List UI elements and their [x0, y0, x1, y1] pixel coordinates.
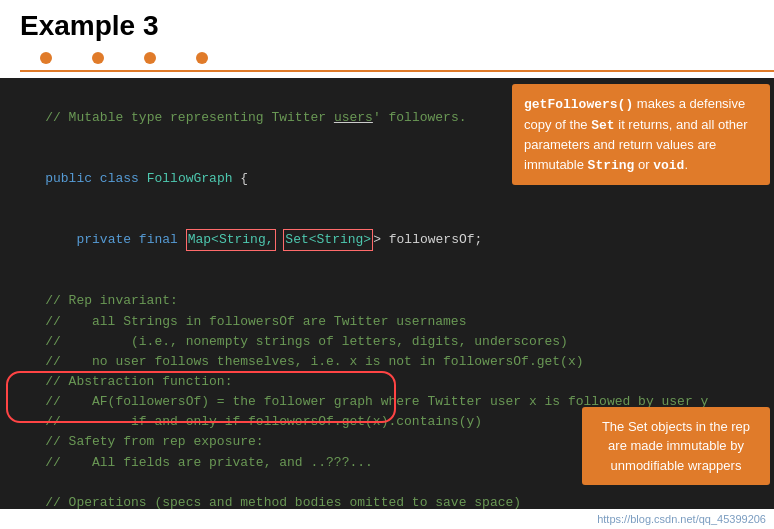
code-line-9: // Abstraction function:: [14, 372, 760, 392]
code-line-6: // all Strings in followersOf are Twitte…: [14, 312, 760, 332]
code-line-15: // Operations (specs and method bodies o…: [14, 493, 760, 509]
code-line-3: private final Map<String, Set<String>> f…: [14, 209, 760, 271]
dot-3: [144, 52, 156, 64]
section-divider: [20, 70, 774, 72]
watermark: https://blog.csdn.net/qq_45399206: [597, 513, 766, 525]
code-line-8: // no user follows themselves, i.e. x is…: [14, 352, 760, 372]
code-block: // Mutable type representing Twitter use…: [0, 78, 774, 509]
code-line-4: [14, 271, 760, 291]
callout-set-objects: The Set objects in the rep are made immu…: [582, 407, 770, 486]
dot-2: [92, 52, 104, 64]
code-line-5: // Rep invariant:: [14, 291, 760, 311]
dot-4: [196, 52, 208, 64]
dot-1: [40, 52, 52, 64]
page-title: Example 3: [0, 0, 774, 47]
callout-getfollowers: getFollowers() makes a defensive copy of…: [512, 84, 770, 185]
code-line-7: // (i.e., nonempty strings of letters, d…: [14, 332, 760, 352]
